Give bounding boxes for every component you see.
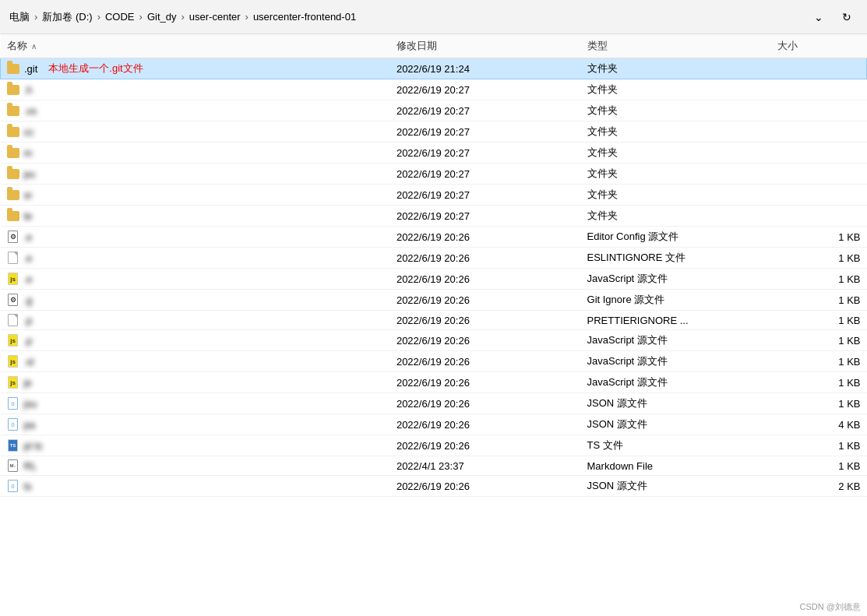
- col-header-date[interactable]: 修改日期: [390, 34, 581, 58]
- table-row[interactable]: sr 2022/6/19 20:27 文件夹: [1, 185, 867, 206]
- refresh-button[interactable]: ↻: [836, 6, 858, 28]
- cell-date-20: 2022/6/19 20:26: [390, 476, 581, 497]
- table-row[interactable]: ⚙.e 2022/6/19 20:26 Editor Config 源文件 1 …: [1, 227, 867, 248]
- cell-name-18: TSpl ts: [1, 435, 390, 456]
- cell-size-5: [771, 164, 866, 185]
- cell-date-11: 2022/6/19 20:26: [390, 290, 581, 311]
- file-name-18: pl ts: [24, 440, 43, 452]
- cell-name-3: cc: [1, 121, 390, 143]
- breadcrumb-item-usercenter[interactable]: user-center: [189, 11, 241, 23]
- cell-size-14: 1 KB: [771, 351, 866, 372]
- file-name-10: .e: [24, 273, 33, 285]
- cell-type-11: Git Ignore 源文件: [581, 290, 772, 311]
- cell-type-7: 文件夹: [581, 206, 772, 227]
- breadcrumb-bar: 电脑 › 新加卷 (D:) › CODE › Git_dy › user-cen…: [0, 0, 867, 34]
- file-name-12: .p: [24, 315, 33, 326]
- file-icon-10: js: [7, 273, 19, 285]
- breadcrumb-sep-1: ›: [97, 11, 100, 23]
- cell-name-19: M↓RL: [1, 456, 390, 476]
- cell-date-3: 2022/6/19 20:27: [390, 121, 581, 143]
- file-name-20: ts: [24, 480, 32, 492]
- cell-size-12: 1 KB: [771, 311, 866, 330]
- file-icon-4: [7, 146, 19, 159]
- expand-button[interactable]: ⌄: [808, 6, 830, 28]
- cell-size-13: 1 KB: [771, 330, 866, 351]
- file-icon-14: js: [7, 355, 19, 368]
- table-row[interactable]: js.e 2022/6/19 20:26 JavaScript 源文件 1 KB: [1, 269, 867, 290]
- cell-type-20: JSON 源文件: [581, 476, 772, 497]
- table-row[interactable]: m 2022/6/19 20:27 文件夹: [1, 143, 867, 164]
- cell-size-10: 1 KB: [771, 269, 866, 290]
- file-name-16: jsu: [24, 398, 37, 410]
- table-row[interactable]: .h 2022/6/19 20:27 文件夹: [1, 79, 867, 100]
- file-icon-17: {}: [7, 418, 19, 431]
- cell-date-19: 2022/4/1 23:37: [390, 456, 581, 476]
- table-row[interactable]: .p 2022/6/19 20:26 PRETTIERIGNORE ... 1 …: [1, 311, 867, 330]
- breadcrumb-sep-2: ›: [139, 11, 143, 23]
- cell-name-9: .e: [1, 248, 390, 269]
- file-icon-18: TS: [7, 439, 19, 452]
- cell-date-0: 2022/6/19 21:24: [390, 58, 581, 79]
- breadcrumb-sep-0: ›: [34, 11, 37, 23]
- file-table: 名称 ∧ 修改日期 类型 大小 .git 本地生成一个.git文件: [0, 34, 867, 497]
- cell-name-10: js.e: [1, 269, 390, 290]
- table-row[interactable]: {}ts 2022/6/19 20:26 JSON 源文件 2 KB: [1, 476, 867, 497]
- table-row[interactable]: .e 2022/6/19 20:26 ESLINTIGNORE 文件 1 KB: [1, 248, 867, 269]
- cell-size-18: 1 KB: [771, 435, 866, 456]
- cell-date-1: 2022/6/19 20:27: [390, 79, 581, 100]
- table-row[interactable]: jsje 2022/6/19 20:26 JavaScript 源文件 1 KB: [1, 372, 867, 393]
- breadcrumb-item-d[interactable]: 新加卷 (D:): [42, 10, 92, 24]
- cell-name-2: .vs: [1, 100, 390, 121]
- cell-size-9: 1 KB: [771, 248, 866, 269]
- cell-size-16: 1 KB: [771, 393, 866, 414]
- cell-name-14: js.sl: [1, 351, 390, 372]
- cell-name-15: jsje: [1, 372, 390, 393]
- annotation-text: 本地生成一个.git文件: [48, 62, 143, 76]
- cell-name-0: .git 本地生成一个.git文件: [1, 58, 390, 79]
- file-name-5: pu: [24, 168, 35, 180]
- table-row[interactable]: .git 本地生成一个.git文件 2022/6/19 21:24 文件夹: [1, 58, 867, 79]
- table-row[interactable]: pu 2022/6/19 20:27 文件夹: [1, 164, 867, 185]
- table-row[interactable]: cc 2022/6/19 20:27 文件夹: [1, 121, 867, 143]
- cell-type-16: JSON 源文件: [581, 393, 772, 414]
- cell-type-4: 文件夹: [581, 143, 772, 164]
- file-name-19: RL: [24, 460, 37, 472]
- breadcrumb-item-current[interactable]: usercenter-frontend-01: [253, 11, 356, 23]
- breadcrumb-item-pc[interactable]: 电脑: [9, 10, 30, 24]
- col-header-name[interactable]: 名称 ∧: [1, 34, 390, 58]
- col-header-size[interactable]: 大小: [771, 34, 866, 58]
- breadcrumb-item-gitdy[interactable]: Git_dy: [147, 11, 177, 23]
- table-row[interactable]: {}jsu 2022/6/19 20:26 JSON 源文件 1 KB: [1, 393, 867, 414]
- cell-size-19: 1 KB: [771, 456, 866, 476]
- cell-type-10: JavaScript 源文件: [581, 269, 772, 290]
- table-row[interactable]: TSpl ts 2022/6/19 20:26 TS 文件 1 KB: [1, 435, 867, 456]
- cell-type-12: PRETTIERIGNORE ...: [581, 311, 772, 330]
- table-row[interactable]: js.p 2022/6/19 20:26 JavaScript 源文件 1 KB: [1, 330, 867, 351]
- cell-date-17: 2022/6/19 20:26: [390, 414, 581, 435]
- table-row[interactable]: js.sl 2022/6/19 20:26 JavaScript 源文件 1 K…: [1, 351, 867, 372]
- cell-date-16: 2022/6/19 20:26: [390, 393, 581, 414]
- cell-date-2: 2022/6/19 20:27: [390, 100, 581, 121]
- cell-size-15: 1 KB: [771, 372, 866, 393]
- table-row[interactable]: {}pa 2022/6/19 20:26 JSON 源文件 4 KB: [1, 414, 867, 435]
- cell-date-4: 2022/6/19 20:27: [390, 143, 581, 164]
- table-row[interactable]: te 2022/6/19 20:27 文件夹: [1, 206, 867, 227]
- file-name-0: .git: [24, 63, 37, 75]
- file-name-9: .e: [24, 252, 33, 264]
- cell-type-6: 文件夹: [581, 185, 772, 206]
- file-icon-7: [7, 209, 19, 222]
- cell-date-14: 2022/6/19 20:26: [390, 351, 581, 372]
- cell-type-17: JSON 源文件: [581, 414, 772, 435]
- table-row[interactable]: .vs 2022/6/19 20:27 文件夹: [1, 100, 867, 121]
- cell-size-7: [771, 206, 866, 227]
- table-row[interactable]: M↓RL 2022/4/1 23:37 Markdown File 1 KB: [1, 456, 867, 476]
- breadcrumb-item-code[interactable]: CODE: [105, 11, 135, 23]
- table-row[interactable]: ⚙.g 2022/6/19 20:26 Git Ignore 源文件 1 KB: [1, 290, 867, 311]
- file-icon-0: [7, 62, 19, 75]
- cell-size-8: 1 KB: [771, 227, 866, 248]
- cell-name-11: ⚙.g: [1, 290, 390, 311]
- file-icon-2: [7, 104, 19, 117]
- col-header-type[interactable]: 类型: [581, 34, 772, 58]
- cell-name-16: {}jsu: [1, 393, 390, 414]
- cell-name-17: {}pa: [1, 414, 390, 435]
